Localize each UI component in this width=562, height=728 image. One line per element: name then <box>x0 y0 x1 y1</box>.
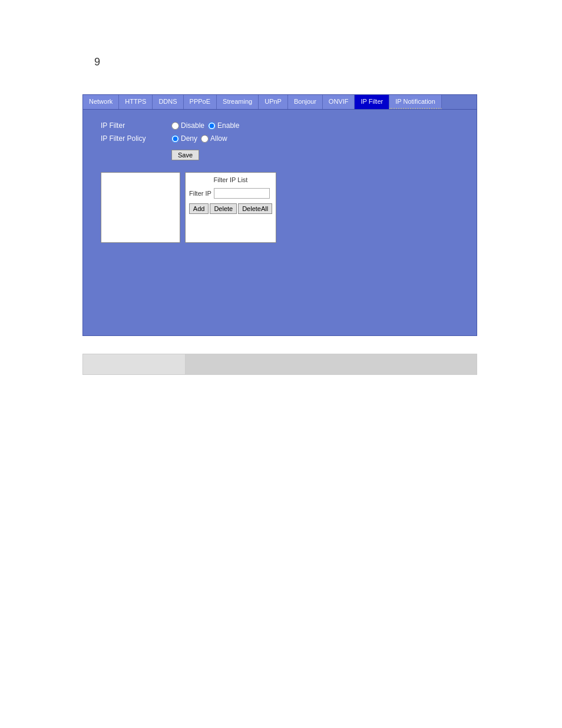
tab-streaming[interactable]: Streaming <box>217 95 259 109</box>
ip-filter-enable-radio[interactable] <box>208 122 216 130</box>
ip-list-box <box>101 172 180 243</box>
deleteall-button[interactable]: DeleteAll <box>238 203 272 214</box>
ip-filter-label: IP Filter <box>101 121 171 130</box>
tab-ipfilter[interactable]: IP Filter <box>355 95 389 109</box>
tab-bar: Network HTTPS DDNS PPPoE Streaming UPnP … <box>83 95 477 110</box>
tab-ddns[interactable]: DDNS <box>153 95 183 109</box>
bottom-bar-right <box>186 354 477 375</box>
ip-filter-disable-radio[interactable] <box>171 122 179 130</box>
ip-filter-row: IP Filter Disable Enable <box>101 121 459 130</box>
policy-allow-label[interactable]: Allow <box>201 134 227 143</box>
tab-upnp[interactable]: UPnP <box>259 95 288 109</box>
filter-ip-field-label: Filter IP <box>189 190 211 197</box>
filter-container: Filter IP List Filter IP Add Delete Dele… <box>101 172 459 243</box>
tab-pppoe[interactable]: PPPoE <box>184 95 217 109</box>
tab-bonjour[interactable]: Bonjour <box>288 95 323 109</box>
policy-deny-text: Deny <box>181 134 197 143</box>
bottom-bar-left <box>82 354 186 375</box>
ip-filter-policy-radio-group: Deny Allow <box>171 134 227 143</box>
tab-ipnotification[interactable]: IP Notification <box>389 95 442 109</box>
ip-filter-enable-label[interactable]: Enable <box>208 121 239 130</box>
ip-filter-enable-text: Enable <box>217 121 239 130</box>
policy-allow-text: Allow <box>210 134 227 143</box>
filter-ip-title: Filter IP List <box>214 176 248 183</box>
save-row: Save <box>101 147 459 160</box>
filter-ip-row: Filter IP <box>189 188 272 199</box>
tab-network[interactable]: Network <box>83 95 119 109</box>
filter-ip-panel: Filter IP List Filter IP Add Delete Dele… <box>185 172 276 243</box>
add-button[interactable]: Add <box>189 203 209 214</box>
filter-buttons: Add Delete DeleteAll <box>189 203 272 214</box>
policy-deny-label[interactable]: Deny <box>171 134 197 143</box>
tab-https[interactable]: HTTPS <box>119 95 153 109</box>
page-number: 9 <box>94 56 100 68</box>
bottom-bar <box>82 354 477 375</box>
filter-ip-input[interactable] <box>214 188 270 199</box>
main-panel: Network HTTPS DDNS PPPoE Streaming UPnP … <box>82 94 477 336</box>
tab-onvif[interactable]: ONVIF <box>323 95 355 109</box>
policy-deny-radio[interactable] <box>171 135 179 143</box>
ip-filter-policy-row: IP Filter Policy Deny Allow <box>101 134 459 143</box>
ip-filter-disable-label[interactable]: Disable <box>171 121 204 130</box>
ip-filter-radio-group: Disable Enable <box>171 121 239 130</box>
ip-filter-disable-text: Disable <box>181 121 204 130</box>
save-button[interactable]: Save <box>171 150 199 160</box>
ip-filter-policy-label: IP Filter Policy <box>101 134 171 143</box>
content-area: IP Filter Disable Enable IP Filter Polic… <box>83 110 477 255</box>
delete-button[interactable]: Delete <box>210 203 237 214</box>
policy-allow-radio[interactable] <box>201 135 209 143</box>
